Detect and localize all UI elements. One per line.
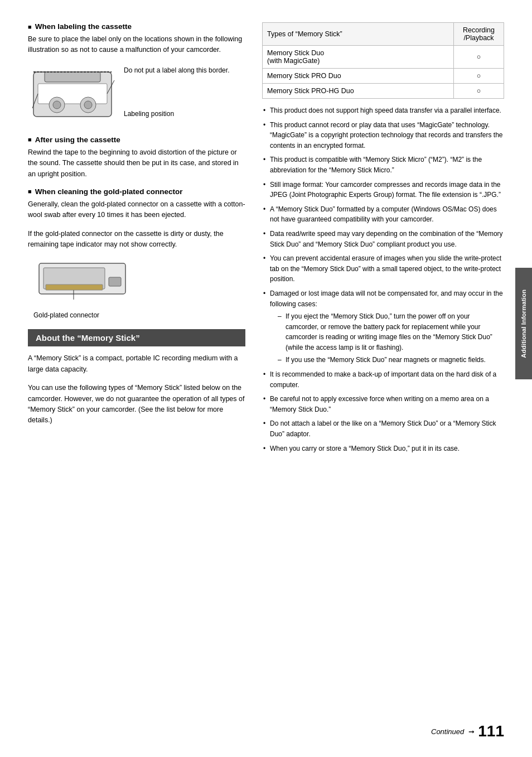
bullet-item: Do not attach a label or the like on a “…	[262, 418, 504, 439]
gold-connector-label: Gold-plated connector	[33, 311, 245, 319]
section3-text1: Generally, clean the gold-plated connect…	[28, 199, 245, 221]
svg-point-4	[53, 101, 61, 109]
label-position-text: Labeling position	[124, 109, 229, 119]
table-cell-compatible: ○	[454, 84, 504, 99]
table-row: Memory Stick Duo (with MagicGate)○	[263, 46, 504, 69]
table-cell-type: Memory Stick Duo (with MagicGate)	[263, 46, 454, 69]
sub-bullet-item: If you use the “Memory Stick Duo” near m…	[278, 355, 504, 365]
svg-rect-1	[45, 72, 100, 82]
section3-text2: If the gold-plated connector on the cass…	[28, 229, 245, 250]
table-cell-type: Memory Stick PRO Duo	[263, 69, 454, 84]
bullet-item: When you carry or store a “Memory Stick …	[262, 443, 504, 454]
bullet-item: You can prevent accidental erasure of im…	[262, 253, 504, 285]
about-text2: You can use the following types of “Memo…	[28, 383, 245, 426]
page-number: 111	[478, 722, 504, 740]
bullet-item: This product is compatible with “Memory …	[262, 155, 504, 175]
table-row: Memory Stick PRO-HG Duo○	[263, 84, 504, 99]
memory-stick-bullets: This product does not support high speed…	[262, 105, 504, 454]
side-tab: Additional Information	[515, 268, 532, 379]
svg-rect-12	[46, 285, 103, 290]
bullet-item: Data read/write speed may vary depending…	[262, 229, 504, 249]
cassette-diagram: Do not put a label along this border. La…	[28, 64, 245, 127]
side-tab-text: Additional Information	[520, 290, 527, 358]
footer: Continued ➞ 111	[28, 722, 504, 740]
left-column: When labeling the cassette Be sure to pl…	[28, 22, 245, 724]
bullet-item: This product does not support high speed…	[262, 105, 504, 116]
bullet-item: Damaged or lost image data will not be c…	[262, 288, 504, 365]
about-text1: A “Memory Stick” is a compact, portable …	[28, 353, 245, 375]
bullet-item: It is recommended to make a back-up of i…	[262, 369, 504, 390]
label-border-text: Do not put a label along this border.	[124, 66, 229, 75]
sub-bullet-item: If you eject the “Memory Stick Duo,” tur…	[278, 311, 504, 353]
memory-stick-table: Types of “Memory Stick” Recording /Playb…	[262, 22, 504, 99]
bullet-item: Be careful not to apply excessive force …	[262, 394, 504, 414]
table-cell-compatible: ○	[454, 46, 504, 69]
section2-heading: After using the cassette	[28, 136, 245, 144]
about-heading: About the “Memory Stick”	[28, 329, 245, 346]
section3-heading: When cleaning the gold-plated connector	[28, 187, 245, 196]
section1-heading: When labeling the cassette	[28, 22, 245, 31]
bullet-item: This product cannot record or play data …	[262, 120, 504, 151]
footer-arrow: ➞	[468, 727, 475, 736]
section2-text: Rewind the tape to the beginning to avoi…	[28, 147, 245, 180]
svg-point-6	[84, 101, 92, 109]
footer-continued: Continued	[431, 727, 464, 736]
cassette-labels: Do not put a label along this border. La…	[124, 64, 229, 119]
table-cell-compatible: ○	[454, 69, 504, 84]
bullet-item: Still image format: Your camcorder compr…	[262, 180, 504, 200]
gold-diagram	[33, 258, 245, 307]
table-col1-header: Types of “Memory Stick”	[263, 23, 454, 46]
table-cell-type: Memory Stick PRO-HG Duo	[263, 84, 454, 99]
table-col2-header: Recording /Playback	[454, 23, 504, 46]
right-column: Types of “Memory Stick” Recording /Playb…	[262, 22, 504, 724]
table-row: Memory Stick PRO Duo○	[263, 69, 504, 84]
bullet-item: A “Memory Stick Duo” formatted by a comp…	[262, 204, 504, 225]
svg-rect-13	[109, 277, 121, 286]
cassette-image	[28, 64, 117, 127]
svg-rect-2	[38, 84, 107, 104]
section1-text: Be sure to place the label only on the l…	[28, 34, 245, 56]
